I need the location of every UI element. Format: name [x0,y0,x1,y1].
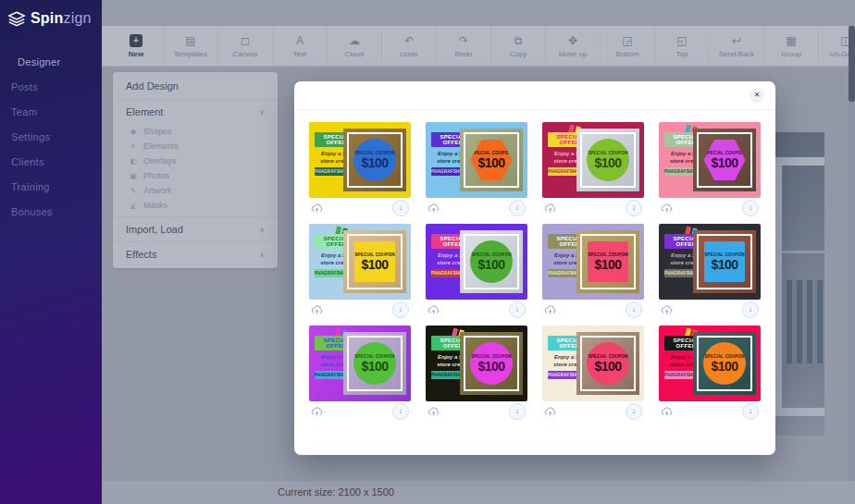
template-thumbnail[interactable]: SPECIAL OFFER Enjoy a $50 store credit! … [309,122,411,198]
template-photo: SPECIAL COUPON $100 [343,129,406,191]
template-thumbnail[interactable]: SPECIAL OFFER Enjoy a $50 store credit! … [426,224,527,300]
layers-logo-icon [7,11,26,27]
coupon-badge: SPECIAL COUPON $100 [470,342,513,385]
coupon-amount: $100 [711,258,737,271]
download-button[interactable]: ↓ [509,403,526,420]
coupon-amount: $100 [711,156,737,169]
template-card: SPECIAL OFFER Enjoy a $50 store credit! … [542,224,644,319]
coupon-badge: SPECIAL COUPON $100 [588,241,628,282]
template-thumbnail[interactable]: SPECIAL OFFER Enjoy a $50 store credit! … [659,122,761,198]
template-photo: SPECIAL COUPON $100 [460,332,523,395]
sidebar: Spinzign DesignerPostsTeamSettingsClient… [0,0,102,504]
coupon-amount: $100 [477,156,504,169]
coupon-amount: $100 [477,360,504,373]
cloud-upload-icon[interactable] [311,406,323,416]
coupon-amount: $100 [477,258,504,271]
card-actions: ↓ [426,401,527,421]
download-button[interactable]: ↓ [626,200,642,216]
coupon-badge: SPECIAL COUPON $100 [470,240,513,283]
template-thumbnail[interactable]: SPECIAL OFFER Enjoy a $50 store credit! … [542,224,644,300]
card-actions: ↓ [309,401,411,421]
card-actions: ↓ [659,198,761,217]
coupon-badge: SPECIAL COUPON $100 [704,241,745,282]
cloud-upload-icon[interactable] [661,304,673,314]
sidebar-item-bonuses[interactable]: Bonuses [0,203,102,221]
sidebar-menu: DesignerPostsTeamSettingsClientsTraining… [0,36,102,221]
download-button[interactable]: ↓ [509,301,526,318]
card-actions: ↓ [426,300,527,319]
cloud-upload-icon[interactable] [428,203,440,213]
coupon-amount: $100 [361,156,388,169]
sidebar-item-posts[interactable]: Posts [0,78,102,96]
app-title: Spinzign [31,10,92,27]
template-card: SPECIAL OFFER Enjoy a $50 store credit! … [309,326,411,421]
template-card: SPECIAL OFFER Enjoy a $50 store credit! … [542,122,644,217]
template-thumbnail[interactable]: SPECIAL OFFER Enjoy a $50 store credit! … [542,326,644,401]
card-actions: ↓ [659,401,761,421]
template-photo: SPECIAL COUPON $100 [343,230,406,293]
coupon-badge: SPECIAL COUPON $100 [587,139,629,181]
template-thumbnail[interactable]: SPECIAL OFFER Enjoy a $50 store credit! … [426,122,527,198]
download-button[interactable]: ↓ [742,403,759,420]
sidebar-item-designer[interactable]: Designer [0,53,102,71]
template-photo: SPECIAL COUPON $100 [693,230,756,293]
sidebar-item-team[interactable]: Team [0,103,102,121]
card-actions: ↓ [426,198,527,217]
card-actions: ↓ [659,300,761,319]
coupon-badge: SPECIAL COUPON $100 [353,139,396,181]
download-button[interactable]: ↓ [742,301,759,318]
template-card: SPECIAL OFFER Enjoy a $50 store credit! … [426,224,527,319]
cloud-upload-icon[interactable] [311,203,323,213]
coupon-amount: $100 [361,258,388,271]
coupon-amount: $100 [361,360,388,373]
template-thumbnail[interactable]: SPECIAL OFFER Enjoy a $50 store credit! … [309,224,411,300]
coupon-amount: $100 [594,156,621,169]
cloud-upload-icon[interactable] [661,203,673,213]
cloud-upload-icon[interactable] [544,203,556,213]
coupon-amount: $100 [711,360,737,373]
template-card: SPECIAL OFFER Enjoy a $50 store credit! … [542,326,644,421]
template-photo: SPECIAL COUPON $100 [576,230,639,293]
template-photo: SPECIAL COUPON $100 [693,129,756,191]
sidebar-item-settings[interactable]: Settings [0,128,102,146]
template-photo: SPECIAL COUPON $100 [343,332,406,395]
template-photo: SPECIAL COUPON $100 [576,332,639,395]
template-card: SPECIAL OFFER Enjoy a $50 store credit! … [309,122,411,217]
template-card: SPECIAL OFFER Enjoy a $50 store credit! … [426,326,527,421]
download-button[interactable]: ↓ [509,200,526,216]
download-button[interactable]: ↓ [392,200,409,216]
coupon-amount: $100 [594,360,621,373]
cloud-upload-icon[interactable] [661,406,673,416]
cloud-upload-icon[interactable] [428,406,440,416]
sidebar-item-clients[interactable]: Clients [0,153,102,171]
card-actions: ↓ [542,401,644,421]
template-thumbnail[interactable]: SPECIAL OFFER Enjoy a $50 store credit! … [659,326,761,401]
close-icon[interactable]: ✕ [750,88,764,103]
card-actions: ↓ [309,300,411,319]
app-logo[interactable]: Spinzign [0,0,102,36]
template-photo: SPECIAL COUPON $100 [576,129,639,191]
coupon-amount: $100 [594,258,621,271]
template-photo: SPECIAL COUPON $100 [693,332,756,395]
sidebar-item-training[interactable]: Training [0,178,102,196]
download-button[interactable]: ↓ [392,403,409,420]
modal-header: ✕ [294,81,775,110]
templates-modal: ✕ SPECIAL OFFER Enjoy a $50 store credit… [294,81,775,455]
coupon-badge: SPECIAL COUPON $100 [703,342,746,385]
download-button[interactable]: ↓ [626,301,642,318]
template-photo: SPECIAL COUPON $100 [460,230,523,293]
template-thumbnail[interactable]: SPECIAL OFFER Enjoy a $50 store credit! … [659,224,761,300]
template-thumbnail[interactable]: SPECIAL OFFER Enjoy a $50 store credit! … [309,326,411,401]
download-button[interactable]: ↓ [392,301,409,318]
cloud-upload-icon[interactable] [428,304,440,314]
cloud-upload-icon[interactable] [544,406,556,416]
cloud-upload-icon[interactable] [311,304,323,314]
cloud-upload-icon[interactable] [544,304,556,314]
template-photo: SPECIAL COUPON $100 [460,129,523,191]
template-card: SPECIAL OFFER Enjoy a $50 store credit! … [659,326,761,421]
template-thumbnail[interactable]: SPECIAL OFFER Enjoy a $50 store credit! … [426,326,527,401]
download-button[interactable]: ↓ [742,200,759,216]
template-thumbnail[interactable]: SPECIAL OFFER Enjoy a $50 store credit! … [542,122,644,198]
coupon-badge: SPECIAL COUPON $100 [354,241,395,282]
download-button[interactable]: ↓ [626,403,642,420]
